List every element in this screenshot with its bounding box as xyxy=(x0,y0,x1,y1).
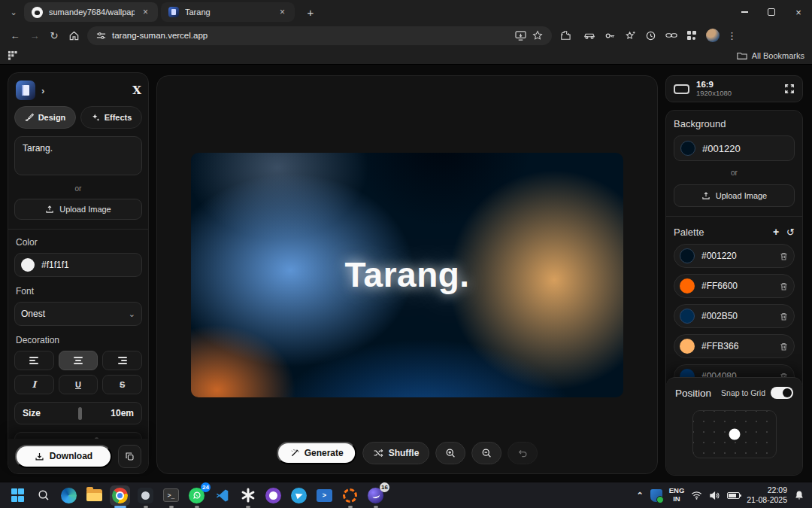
palette-row[interactable]: #001220 xyxy=(674,244,795,268)
background-swatch[interactable] xyxy=(680,141,695,156)
window-close-button[interactable]: × xyxy=(785,0,812,24)
tab-search-icon[interactable]: ⌄ xyxy=(6,8,21,17)
generate-button[interactable]: Generate xyxy=(277,442,356,464)
wallpaper-preview[interactable]: Tarang. xyxy=(191,153,623,397)
whatsapp-taskbar-icon[interactable]: 24 xyxy=(186,485,207,506)
align-center-button[interactable] xyxy=(59,351,98,370)
aspect-ratio-card[interactable]: 16:9 1920x1080 xyxy=(665,75,803,102)
window-restore-button[interactable] xyxy=(758,0,785,24)
snap-to-grid-toggle[interactable] xyxy=(771,387,793,399)
add-color-icon[interactable]: + xyxy=(773,226,779,238)
reset-palette-icon[interactable]: ↺ xyxy=(786,227,795,238)
text-color-field[interactable]: #f1f1f1 xyxy=(14,253,142,277)
size-slider-thumb[interactable] xyxy=(78,407,82,420)
palette-row[interactable]: #FF6600 xyxy=(674,274,795,298)
volume-icon[interactable] xyxy=(709,491,720,500)
notification-bell-icon[interactable] xyxy=(794,490,804,500)
position-dot[interactable] xyxy=(729,429,740,440)
apps-grid-icon[interactable] xyxy=(8,50,17,60)
tab-close-icon[interactable]: × xyxy=(141,7,150,17)
car-extension-icon[interactable] xyxy=(583,31,595,40)
tab-effects[interactable]: Effects xyxy=(80,106,142,129)
background-color-field[interactable]: #001220 xyxy=(674,135,795,161)
extensions-puzzle-icon[interactable] xyxy=(556,26,574,44)
palette-swatch[interactable] xyxy=(680,339,695,354)
palette-swatch[interactable] xyxy=(680,248,695,263)
windows-security-icon[interactable] xyxy=(650,489,662,502)
terminal-taskbar-icon[interactable]: >_ xyxy=(161,485,181,506)
palette-row[interactable]: #002B50 xyxy=(674,304,795,328)
delete-color-icon[interactable] xyxy=(779,251,789,261)
back-icon[interactable]: ← xyxy=(6,26,24,44)
palette-swatch[interactable] xyxy=(680,309,695,324)
vscode-taskbar-icon[interactable] xyxy=(212,485,232,506)
install-app-icon[interactable] xyxy=(515,31,526,41)
new-tab-button[interactable]: + xyxy=(301,2,320,22)
telegram-taskbar-icon[interactable] xyxy=(289,485,309,506)
claude-taskbar-icon[interactable]: 16 xyxy=(365,485,386,506)
star-sparkle-extension-icon[interactable] xyxy=(625,30,636,41)
github-desktop-taskbar-icon[interactable] xyxy=(135,485,156,506)
tarang-logo-icon[interactable] xyxy=(16,81,35,100)
italic-button[interactable]: I xyxy=(14,375,54,394)
upload-background-button[interactable]: Upload Image xyxy=(674,184,795,207)
battery-icon[interactable] xyxy=(727,492,740,499)
palette-row[interactable]: #FFB366 xyxy=(674,334,795,358)
address-bar[interactable]: tarang-suman.vercel.app xyxy=(87,26,552,45)
taskbar-search-button[interactable] xyxy=(33,485,53,506)
tab-design[interactable]: Design xyxy=(14,106,76,129)
chrome-taskbar-icon[interactable] xyxy=(110,485,130,506)
position-grid[interactable] xyxy=(692,410,777,458)
file-explorer-taskbar-icon[interactable] xyxy=(84,485,105,506)
browser-tab-wallpaper-app[interactable]: sumandey7684/wallpaper-app × xyxy=(24,2,158,22)
tray-chevron-up-icon[interactable]: ⌃ xyxy=(636,491,643,500)
copy-button[interactable] xyxy=(118,445,141,468)
powershell-taskbar-icon[interactable]: > xyxy=(314,485,335,506)
zoom-out-button[interactable] xyxy=(471,442,501,464)
all-bookmarks-button[interactable]: All Bookmarks xyxy=(737,51,804,60)
align-left-button[interactable] xyxy=(14,351,54,370)
tab-close-icon[interactable]: × xyxy=(277,7,287,17)
size-slider[interactable]: Size 10em xyxy=(14,402,142,424)
collapse-chevron-icon[interactable]: › xyxy=(41,85,44,96)
github-taskbar-icon[interactable] xyxy=(263,485,283,506)
key-extension-icon[interactable] xyxy=(604,30,616,41)
zoom-in-button[interactable] xyxy=(435,442,465,464)
undo-button[interactable] xyxy=(508,442,538,464)
taskbar-clock[interactable]: 22:09 21-08-2025 xyxy=(747,485,787,505)
home-icon[interactable] xyxy=(65,26,83,44)
x-social-icon[interactable]: X xyxy=(132,84,141,97)
fullscreen-icon[interactable] xyxy=(784,84,795,94)
delete-color-icon[interactable] xyxy=(779,312,789,321)
wallpaper-text-input[interactable]: Tarang. xyxy=(14,136,142,175)
palette-swatch[interactable] xyxy=(680,278,695,294)
wifi-icon[interactable] xyxy=(691,491,702,500)
browser-menu-icon[interactable]: ⋮ xyxy=(727,30,737,41)
delete-color-icon[interactable] xyxy=(779,342,789,351)
font-select[interactable]: Onest ⌄ xyxy=(14,302,142,326)
bookmark-star-icon[interactable] xyxy=(532,30,543,41)
language-indicator[interactable]: ENGIN xyxy=(669,487,685,503)
color-swatch[interactable] xyxy=(21,258,35,272)
tab-groups-grid-icon[interactable] xyxy=(686,30,697,41)
strikethrough-button[interactable]: S xyxy=(102,375,142,394)
history-clock-extension-icon[interactable] xyxy=(645,30,656,41)
window-minimize-button[interactable] xyxy=(731,0,758,24)
upload-image-button[interactable]: Upload Image xyxy=(14,199,142,220)
site-settings-icon[interactable] xyxy=(96,31,106,41)
reload-icon[interactable]: ↻ xyxy=(45,26,63,44)
align-right-button[interactable] xyxy=(102,351,142,370)
start-button[interactable] xyxy=(8,485,28,506)
loading-app-taskbar-icon[interactable] xyxy=(340,485,360,506)
download-button[interactable]: Download xyxy=(15,445,112,468)
delete-color-icon[interactable] xyxy=(779,281,789,291)
edge-taskbar-icon[interactable] xyxy=(59,485,79,506)
shuffle-button[interactable]: Shuffle xyxy=(362,442,430,464)
underline-button[interactable]: U xyxy=(59,375,98,394)
profile-avatar[interactable] xyxy=(706,29,720,42)
url-text[interactable]: tarang-suman.vercel.app xyxy=(112,31,509,40)
link-extension-icon[interactable] xyxy=(665,31,677,40)
chatgpt-taskbar-icon[interactable] xyxy=(238,485,258,506)
browser-tab-tarang[interactable]: Tarang × xyxy=(161,2,295,22)
forward-icon[interactable]: → xyxy=(26,26,44,44)
